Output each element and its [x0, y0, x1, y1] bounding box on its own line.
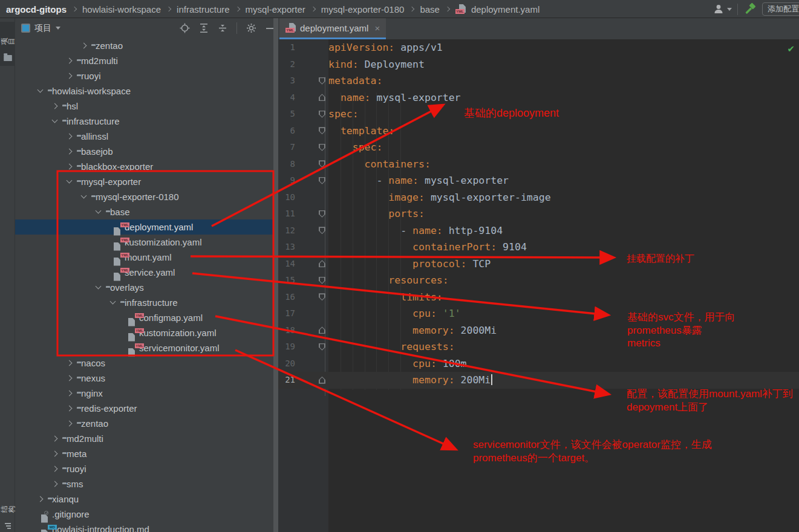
fold-expanded-icon[interactable]: [319, 144, 325, 151]
chevron-right-icon[interactable]: [65, 374, 74, 383]
editor: YML deployment.yaml × 1apiVersion: apps/…: [278, 18, 799, 532]
tree-folder-redis-exporter[interactable]: redis-exporter: [15, 401, 273, 416]
chevron-down-icon[interactable]: [79, 192, 89, 202]
tree-file-kustomization-yaml[interactable]: YMLkustomization.yaml: [15, 235, 273, 250]
tree-folder-mysql-exporter[interactable]: mysql-exporter: [15, 174, 273, 189]
tree-folder-zentao[interactable]: zentao: [15, 38, 273, 53]
fold-expanded-icon[interactable]: [319, 210, 325, 218]
chevron-right-icon[interactable]: [65, 147, 74, 157]
tree-folder-md2multi[interactable]: md2multi: [15, 431, 273, 446]
close-tab-icon[interactable]: ×: [374, 23, 380, 33]
fold-end-icon[interactable]: [319, 94, 325, 101]
chevron-right-icon[interactable]: [65, 358, 74, 368]
breadcrumb-item[interactable]: howlaisi-workspace: [82, 4, 161, 15]
chevron-right-icon[interactable]: [50, 479, 60, 489]
chevron-right-icon[interactable]: [65, 404, 74, 414]
chevron-right-icon[interactable]: [36, 495, 45, 504]
breadcrumb-item[interactable]: mysql-exporter-0180: [321, 4, 405, 15]
tree-file-service-yaml[interactable]: YMLservice.yaml: [15, 265, 273, 280]
chevron-down-icon[interactable]: [94, 283, 103, 293]
tree-file-howlaisi-introduction-md[interactable]: MDhowlaisi-introduction.md: [15, 522, 273, 532]
fold-expanded-icon[interactable]: [319, 111, 325, 118]
tree-folder-basejob[interactable]: basejob: [15, 144, 273, 159]
breadcrumb-item[interactable]: infrastructure: [177, 4, 230, 15]
tree-file-deployment-yaml[interactable]: YMLdeployment.yaml: [15, 219, 273, 235]
project-panel-title[interactable]: 项目: [34, 23, 51, 34]
chevron-down-icon[interactable]: [65, 177, 74, 187]
tab-deployment-yaml[interactable]: YML deployment.yaml ×: [279, 18, 386, 39]
chevron-right-icon[interactable]: [65, 419, 74, 429]
fold-expanded-icon[interactable]: [319, 277, 325, 284]
chevron-right-icon[interactable]: [50, 449, 60, 459]
fold-end-icon[interactable]: [319, 260, 325, 267]
tree-folder-ruoyi[interactable]: ruoyi: [15, 461, 273, 476]
tree-folder-nacos[interactable]: nacos: [15, 355, 273, 371]
fold-expanded-icon[interactable]: [319, 343, 325, 351]
chevron-right-icon[interactable]: [50, 464, 60, 474]
chevron-right-icon[interactable]: [65, 389, 74, 398]
line-number: 9: [278, 172, 299, 189]
fold-expanded-icon[interactable]: [319, 77, 325, 85]
chevron-right-icon[interactable]: [65, 71, 74, 81]
tool-stripe-structure[interactable]: 结构: [0, 493, 15, 530]
tree-file-configmap-yaml[interactable]: YMLconfigmap.yaml: [15, 310, 273, 325]
fold-expanded-icon[interactable]: [319, 227, 325, 234]
line-number: 19: [278, 339, 299, 355]
fold-end-icon[interactable]: [319, 326, 325, 334]
chevron-right-icon[interactable]: [65, 56, 74, 66]
collapse-all-icon[interactable]: [218, 23, 227, 33]
yml-badge: YML: [120, 268, 129, 273]
fold-expanded-icon[interactable]: [319, 293, 325, 300]
add-configuration-button[interactable]: 添加配置: [762, 2, 799, 16]
chevron-down-icon[interactable]: [56, 27, 60, 30]
fold-expanded-icon[interactable]: [319, 160, 325, 167]
tree-file--gitignore[interactable]: .gitignore: [15, 507, 273, 522]
tree-folder-ruoyi[interactable]: ruoyi: [15, 68, 273, 83]
breadcrumb-item[interactable]: mysql-exporter: [246, 4, 305, 15]
tree-file-mount-yaml[interactable]: YMLmount.yaml: [15, 250, 273, 265]
tree-folder-mysql-exporter-0180[interactable]: mysql-exporter-0180: [15, 189, 273, 204]
user-account-menu[interactable]: [713, 3, 732, 15]
chevron-down-icon[interactable]: [36, 86, 45, 96]
breadcrumb-item[interactable]: base: [420, 4, 440, 15]
tree-folder-howlaisi-workspace[interactable]: howlaisi-workspace: [15, 83, 273, 99]
chevron-down-icon[interactable]: [94, 207, 103, 217]
tree-folder-nginx[interactable]: nginx: [15, 386, 273, 401]
tree-folder-zentao[interactable]: zentao: [15, 416, 273, 431]
tree-file-kustomization-yaml[interactable]: YMLkustomization.yaml: [15, 325, 273, 340]
fold-end-icon[interactable]: [319, 377, 325, 384]
tree-folder-nexus[interactable]: nexus: [15, 371, 273, 386]
tree-folder-infrastructure[interactable]: infrastructure: [15, 295, 273, 310]
build-hammer-icon[interactable]: [743, 2, 757, 16]
tree-folder-hsl[interactable]: hsl: [15, 99, 273, 114]
tree-folder-infrastructure[interactable]: infrastructure: [15, 114, 273, 129]
chevron-right-icon[interactable]: [65, 162, 74, 172]
hide-panel-icon[interactable]: [266, 24, 273, 33]
code-line: 11 ports:: [278, 206, 799, 222]
tree-folder-sms[interactable]: sms: [15, 476, 273, 491]
project-scrollbar[interactable]: [273, 18, 278, 532]
code-editor[interactable]: 1apiVersion: apps/v12kind: Deployment3me…: [278, 39, 799, 532]
tree-folder-md2multi[interactable]: md2multi: [15, 53, 273, 68]
tree-folder-base[interactable]: base: [15, 204, 273, 219]
chevron-right-icon[interactable]: [79, 41, 89, 51]
chevron-right-icon[interactable]: [50, 434, 60, 444]
tree-folder-blackbox-exporter[interactable]: blackbox-exporter: [15, 159, 273, 174]
settings-gear-icon[interactable]: [246, 23, 256, 33]
breadcrumb-item[interactable]: argocd-gitops: [6, 4, 67, 15]
locate-icon[interactable]: [180, 23, 190, 33]
chevron-down-icon[interactable]: [50, 117, 60, 126]
chevron-down-icon[interactable]: [108, 298, 118, 308]
tree-folder-meta[interactable]: meta: [15, 446, 273, 461]
tree-folder-xianqu[interactable]: xianqu: [15, 491, 273, 507]
expand-all-icon[interactable]: [199, 23, 209, 33]
tree-folder-overlays[interactable]: overlays: [15, 280, 273, 295]
tree-file-servicemonitor-yaml[interactable]: YMLservicemonitor.yaml: [15, 340, 273, 355]
fold-expanded-icon[interactable]: [319, 177, 325, 184]
breadcrumb-item[interactable]: deployment.yaml: [471, 4, 540, 15]
tool-stripe-project[interactable]: 项目: [0, 22, 15, 66]
fold-expanded-icon[interactable]: [319, 127, 325, 134]
tree-folder-allinssl[interactable]: allinssl: [15, 129, 273, 144]
chevron-right-icon[interactable]: [50, 102, 60, 111]
chevron-right-icon[interactable]: [65, 132, 74, 141]
